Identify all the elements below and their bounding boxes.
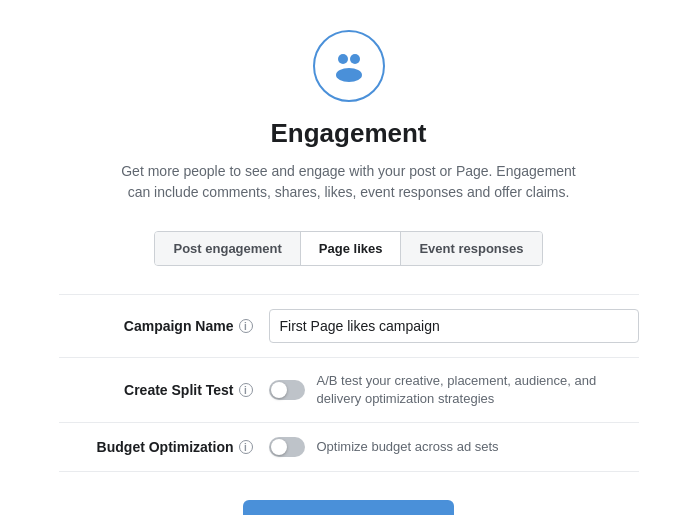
split-test-description: A/B test your creative, placement, audie… [317,372,639,408]
split-test-label: Create Split Test i [59,382,269,398]
svg-point-2 [336,68,362,82]
split-test-toggle[interactable] [269,380,305,400]
split-test-info-icon[interactable]: i [239,383,253,397]
form-section: Campaign Name i Create Split Test i A/B … [59,294,639,472]
tab-page-likes[interactable]: Page likes [301,232,402,265]
page-subtitle: Get more people to see and engage with y… [109,161,589,203]
budget-optimization-knob [271,439,287,455]
svg-point-0 [338,54,348,64]
page-title: Engagement [270,118,426,149]
engagement-tabs: Post engagement Page likes Event respons… [154,231,542,266]
engagement-icon [313,30,385,102]
campaign-name-label: Campaign Name i [59,318,269,334]
campaign-name-row: Campaign Name i [59,294,639,358]
split-test-knob [271,382,287,398]
budget-optimization-info-icon[interactable]: i [239,440,253,454]
budget-optimization-toggle[interactable] [269,437,305,457]
campaign-name-input[interactable] [269,309,639,343]
campaign-name-info-icon[interactable]: i [239,319,253,333]
budget-optimization-row: Budget Optimization i Optimize budget ac… [59,423,639,472]
svg-point-1 [350,54,360,64]
budget-optimization-label: Budget Optimization i [59,439,269,455]
set-up-ad-account-button[interactable]: Set Up Ad Account [243,500,453,515]
main-container: Engagement Get more people to see and en… [0,0,697,515]
tab-post-engagement[interactable]: Post engagement [155,232,300,265]
split-test-row: Create Split Test i A/B test your creati… [59,358,639,423]
tab-event-responses[interactable]: Event responses [401,232,541,265]
budget-optimization-description: Optimize budget across ad sets [317,438,639,456]
